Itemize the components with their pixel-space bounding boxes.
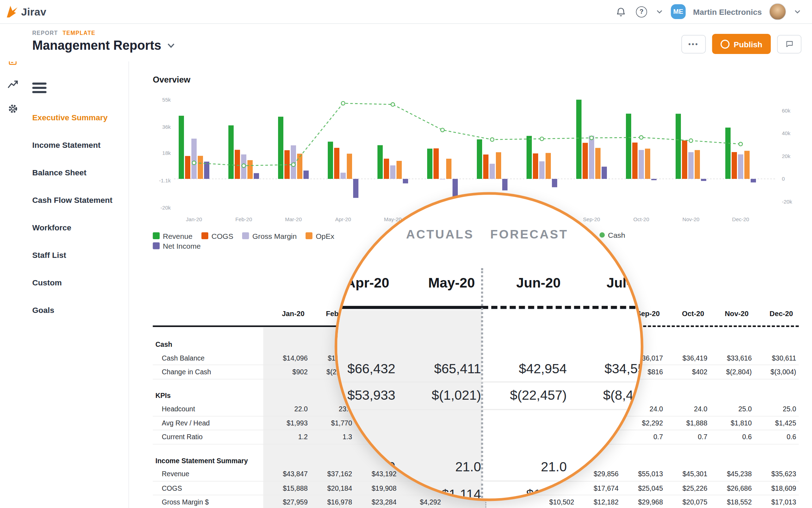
sidebar-items: Executive SummaryIncome StatementBalance… (25, 111, 129, 331)
svg-text:Oct-20: Oct-20 (633, 216, 649, 222)
svg-text:Apr-20: Apr-20 (335, 216, 351, 222)
help-chevron-down-icon[interactable] (656, 9, 664, 15)
legend-item-gross-margin[interactable]: Gross Margin (242, 231, 297, 240)
table-cell: $(2,804) (707, 365, 752, 379)
legend-item-net-income[interactable]: Net Income (153, 242, 201, 250)
svg-text:Nov-20: Nov-20 (682, 216, 699, 222)
publish-button[interactable]: Publish (712, 34, 771, 54)
help-icon[interactable]: ? (635, 5, 648, 18)
month-header: Jun-20 (481, 270, 567, 297)
table-cell: $30,611 (752, 351, 796, 364)
row-label: Revenue (153, 467, 264, 481)
row-label: Change in Cash (153, 365, 264, 379)
legend-item-opex[interactable]: OpEx (306, 231, 334, 240)
sidebar-item-income-statement[interactable]: Income Statement (25, 139, 129, 151)
row-label: Cash Balance (153, 351, 264, 364)
jirav-logo-icon (5, 5, 19, 19)
comment-bubble-icon (785, 40, 794, 48)
legend-label: COGS (211, 231, 233, 240)
table-cell: $34,554 (567, 355, 643, 381)
settings-gear-icon[interactable] (0, 96, 25, 121)
table-cell: $23,284 (352, 495, 396, 508)
table-cell: $1,810 (707, 416, 752, 430)
menu-toggle-button[interactable] (32, 83, 47, 94)
svg-text:Jan-20: Jan-20 (186, 216, 202, 222)
table-cell: $902 (263, 365, 308, 379)
more-options-button[interactable]: ••• (681, 35, 706, 53)
table-cell: 21.0 (481, 454, 567, 480)
page-title: Management Reports (32, 38, 161, 53)
nav-rail (0, 23, 25, 508)
table-cell: $65,411 (395, 355, 481, 381)
row-label: Headcount (153, 402, 264, 416)
publish-label: Publish (734, 40, 762, 49)
table-header-row: Jan-20Feb-20Mar-20Apr-20May-20Jun-20Jul-… (335, 270, 644, 297)
table-cell: $17,013 (752, 495, 796, 508)
svg-text:40k: 40k (782, 130, 791, 136)
comments-button[interactable] (777, 35, 801, 53)
month-header: May-20 (395, 270, 481, 297)
breadcrumb-report: REPORT (32, 30, 58, 36)
table-cell: $42,954 (481, 355, 567, 381)
row-label: COGS (153, 481, 264, 495)
sidebar-item-cash-flow-statement[interactable]: Cash Flow Statement (25, 194, 129, 206)
sidebar-item-custom[interactable]: Custom (25, 276, 129, 289)
report-sidebar: Executive SummaryIncome StatementBalance… (25, 23, 129, 508)
actuals-header-rule (335, 306, 482, 309)
table-cell: $(22,457) (481, 382, 567, 409)
svg-text:Sep-20: Sep-20 (583, 216, 600, 222)
legend-label: Cash (608, 231, 625, 239)
account-initials-badge[interactable]: ME (671, 4, 685, 19)
table-cell: $10,502 (530, 495, 574, 508)
table-cell: 24.0 (663, 402, 707, 416)
title-chevron-down-icon[interactable] (167, 43, 175, 48)
legend-swatch (306, 232, 313, 240)
table-cell: 1.2 (263, 430, 308, 444)
section-row: KPIs (335, 428, 644, 454)
table-cell: $66,432 (335, 355, 395, 381)
legend-swatch (153, 242, 160, 249)
table-cell: $18,609 (752, 481, 796, 495)
table-cell: $37,162 (308, 467, 352, 481)
section-title: KPIs (153, 389, 171, 402)
legend-item-revenue[interactable]: Revenue (153, 231, 193, 240)
sidebar-item-executive-summary[interactable]: Executive Summary (25, 111, 129, 124)
sidebar-item-workforce[interactable]: Workforce (25, 221, 129, 234)
sidebar-item-goals[interactable]: Goals (25, 304, 129, 316)
breadcrumb-template: TEMPLATE (62, 30, 95, 36)
table-cell: $29,968 (619, 495, 663, 508)
notifications-bell-icon[interactable] (614, 5, 628, 18)
row-label: Current Ratio (153, 430, 264, 444)
account-chevron-down-icon[interactable] (794, 9, 802, 15)
table-cell: $55,013 (619, 467, 663, 481)
svg-text:60k: 60k (782, 108, 791, 114)
table-cell: $25,045 (619, 481, 663, 495)
actuals-zone-label: ACTUALS (406, 227, 474, 242)
plans-trend-icon[interactable] (0, 72, 25, 96)
magnifier-content: ACTUALSFORECASTJan-20Feb-20Mar-20Apr-20M… (337, 195, 641, 498)
month-header: Jan-20 (263, 307, 308, 321)
table-cell: $15,888 (263, 481, 308, 495)
legend-label: Revenue (163, 231, 192, 240)
section-title: Cash (153, 338, 172, 351)
legend-swatch (202, 232, 209, 240)
svg-text:-20k: -20k (782, 199, 793, 205)
page-header: REPORT TEMPLATE Management Reports ••• P… (0, 23, 812, 61)
avatar[interactable] (769, 3, 786, 20)
table-cell: $33,616 (707, 351, 752, 364)
sidebar-item-balance-sheet[interactable]: Balance Sheet (25, 166, 129, 179)
table-cell: $(1,021) (395, 382, 481, 409)
table-cell: $17,674 (574, 481, 619, 495)
table-cell: $25,226 (663, 481, 707, 495)
legend-item-cogs[interactable]: COGS (202, 231, 233, 240)
legend-label: OpEx (316, 231, 334, 240)
table-row: Cash Balance$14,096$11,597$66,432$65,411… (335, 355, 644, 382)
legend-item-cash[interactable]: Cash (599, 231, 625, 239)
breadcrumb: REPORT TEMPLATE (32, 30, 96, 36)
forecast-zone-label: FORECAST (490, 227, 568, 242)
svg-text:-1.1k: -1.1k (159, 177, 171, 183)
table-cell: $19,908 (352, 481, 396, 495)
jirav-logo[interactable]: Jirav (5, 5, 47, 19)
legend-label: Gross Margin (252, 231, 297, 240)
sidebar-item-staff-list[interactable]: Staff List (25, 249, 129, 261)
